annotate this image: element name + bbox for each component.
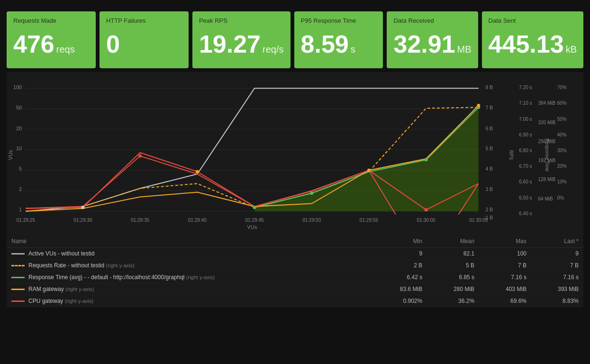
svg-text:5: 5 <box>19 166 22 172</box>
legend-color-line <box>11 253 25 255</box>
legend-last: 7.16 s <box>531 272 583 283</box>
svg-point-68 <box>425 208 428 211</box>
legend-last: 7 B <box>531 260 583 272</box>
legend-last: 8.83% <box>531 295 583 307</box>
legend-name-cell: Active VUs - without testid <box>7 248 372 260</box>
metric-number: 476 <box>13 32 54 56</box>
metric-label: HTTP Failures <box>106 17 182 24</box>
metric-unit: kB <box>566 45 577 54</box>
legend-name-cell: CPU gateway (right y-axis) <box>7 295 372 307</box>
chart-svg: 100 50 20 10 5 2 1 VUs 01:29:25 01:29:30… <box>7 77 583 233</box>
svg-text:2: 2 <box>19 186 22 192</box>
table-row: RAM gateway (right y-axis) 83.6 MiB 280 … <box>7 283 583 295</box>
metric-label: Data Received <box>393 17 471 24</box>
legend-color-line <box>11 277 25 278</box>
svg-text:10%: 10% <box>557 179 567 184</box>
col-last: Last * <box>531 235 583 248</box>
svg-text:384 MiB: 384 MiB <box>538 100 555 106</box>
svg-point-70 <box>477 104 480 107</box>
svg-text:30%: 30% <box>557 148 567 153</box>
legend-min: 6.42 s <box>372 272 427 283</box>
metric-unit: reqs <box>56 45 75 54</box>
svg-text:1 B: 1 B <box>486 215 493 220</box>
metric-card-http-failures: HTTP Failures 0 <box>100 11 189 68</box>
chart-section: 100 50 20 10 5 2 1 VUs 01:29:25 01:29:30… <box>7 72 583 307</box>
svg-text:7.00 s: 7.00 s <box>519 117 532 122</box>
svg-text:20%: 20% <box>557 164 567 169</box>
svg-text:7.20 s: 7.20 s <box>519 85 532 90</box>
svg-text:7.10 s: 7.10 s <box>519 100 532 106</box>
legend-series-name: Active VUs - without testid <box>28 250 94 257</box>
table-row: Requests Rate - without testid (right y-… <box>7 260 583 272</box>
svg-text:01:29:50: 01:29:50 <box>302 218 321 223</box>
svg-text:100: 100 <box>13 84 22 90</box>
svg-text:6.50 s: 6.50 s <box>519 195 532 200</box>
svg-point-64 <box>253 206 256 209</box>
metric-label: P95 Response Time <box>301 17 377 24</box>
legend-mean: 5 B <box>427 260 479 272</box>
svg-text:10: 10 <box>16 146 22 151</box>
metric-card-data-sent: Data Sent 445.13 kB <box>482 11 583 68</box>
svg-text:20: 20 <box>16 126 22 131</box>
metric-card-data-received: Data Received 32.91 MB <box>387 11 478 68</box>
svg-point-61 <box>81 206 84 209</box>
legend-min: 0.902% <box>372 295 427 307</box>
svg-point-67 <box>425 158 428 162</box>
svg-text:01:29:45: 01:29:45 <box>245 218 264 223</box>
svg-text:6 B: 6 B <box>486 126 493 131</box>
metric-label: Peak RPS <box>199 17 284 24</box>
table-row: Response Time (avg) - - default - http:/… <box>7 272 583 283</box>
metric-card-p95-response: P95 Response Time 8.59 s <box>294 11 383 68</box>
legend-max: 7.16 s <box>479 272 531 283</box>
legend-color-line <box>11 300 25 302</box>
svg-text:6.90 s: 6.90 s <box>519 132 532 137</box>
metric-value: 8.59 s <box>301 32 377 56</box>
legend-series-name: CPU gateway (right y-axis) <box>28 298 93 304</box>
svg-text:5 B: 5 B <box>486 146 493 151</box>
svg-text:256 MiB: 256 MiB <box>538 139 555 144</box>
metric-value: 0 <box>106 32 182 56</box>
legend-max: 100 <box>479 248 531 260</box>
svg-text:6.70 s: 6.70 s <box>519 164 532 169</box>
legend-series-name: Requests Rate - without testid (right y-… <box>28 262 135 269</box>
svg-text:40%: 40% <box>557 132 567 137</box>
legend-series-name: Response Time (avg) - - default - http:/… <box>28 274 215 281</box>
legend-min: 83.6 MiB <box>372 283 427 295</box>
svg-text:7 B: 7 B <box>486 105 493 110</box>
svg-text:70%: 70% <box>557 85 567 90</box>
svg-text:01:29:25: 01:29:25 <box>17 218 36 223</box>
svg-text:8 B: 8 B <box>486 85 493 90</box>
legend-name-cell: Requests Rate - without testid (right y-… <box>7 260 372 272</box>
metric-number: 0 <box>106 32 120 56</box>
metric-number: 445.13 <box>489 32 564 56</box>
svg-text:01:30:05: 01:30:05 <box>469 218 488 223</box>
legend-min: 9 <box>372 248 427 260</box>
legend-mean: 280 MiB <box>427 283 479 295</box>
svg-text:4 B: 4 B <box>486 166 493 172</box>
svg-text:VUs: VUs <box>247 224 257 230</box>
table-row: Active VUs - without testid 9 82.1 100 9 <box>7 248 583 260</box>
svg-text:3 B: 3 B <box>486 187 493 192</box>
col-mean: Mean <box>427 235 479 248</box>
metric-unit: s <box>351 45 355 54</box>
col-max: Max <box>479 235 531 248</box>
table-row: CPU gateway (right y-axis) 0.902% 36.2% … <box>7 295 583 307</box>
svg-text:1: 1 <box>19 207 22 212</box>
legend-color-line <box>11 265 25 266</box>
svg-text:60%: 60% <box>557 100 567 106</box>
metric-number: 19.27 <box>199 32 261 56</box>
svg-text:01:30:00: 01:30:00 <box>417 218 436 223</box>
svg-text:0%: 0% <box>557 195 564 200</box>
metric-value: 19.27 req/s <box>199 32 284 56</box>
legend-max: 69.6% <box>479 295 531 307</box>
metric-label: Requests Made <box>13 17 89 24</box>
col-name: Name <box>7 235 372 248</box>
svg-text:6.40 s: 6.40 s <box>519 211 532 216</box>
metric-card-peak-rps: Peak RPS 19.27 req/s <box>192 11 290 68</box>
metric-card-requests-made: Requests Made 476 reqs <box>7 11 96 68</box>
svg-text:01:29:40: 01:29:40 <box>188 218 207 223</box>
legend-max: 403 MiB <box>479 283 531 295</box>
svg-text:64 MiB: 64 MiB <box>538 196 553 201</box>
metric-number: 8.59 <box>301 32 349 56</box>
svg-point-66 <box>367 169 371 172</box>
